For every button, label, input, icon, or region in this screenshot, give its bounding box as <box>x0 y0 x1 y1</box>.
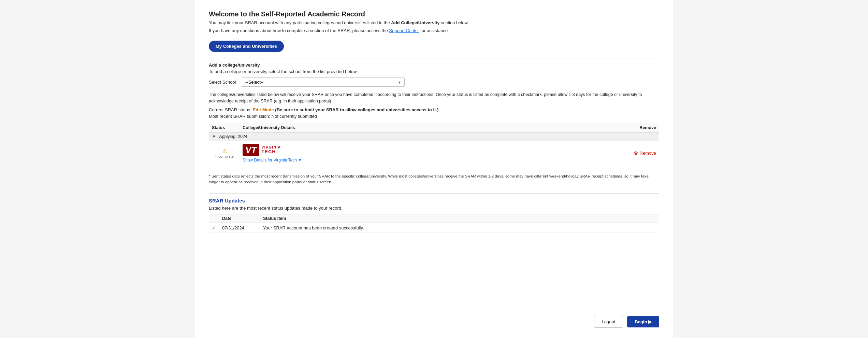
section-divider-1 <box>209 58 659 58</box>
select-school-row: Select School --Select-- <box>209 78 659 87</box>
intro1-bold: Add College/University <box>391 20 439 25</box>
trash-icon: 🗑 <box>634 151 638 156</box>
updates-table-head: Date Status Item <box>209 214 659 223</box>
colleges-table-header-row: Status College/University Details Remove <box>209 123 659 132</box>
date-cell: 07/31/2024 <box>219 223 260 233</box>
col-status: Status <box>209 123 240 132</box>
tab-my-colleges[interactable]: My Colleges and Universities <box>209 41 284 52</box>
submission-line: Most recent SRAR submission: Not current… <box>209 114 659 119</box>
bottom-bar: Logout Begin ▶ <box>594 316 660 328</box>
page-wrapper: Welcome to the Self-Reported Academic Re… <box>195 0 673 338</box>
intro1-pre: You may link your SRAR account with any … <box>209 20 391 25</box>
col-details: College/University Details <box>240 123 631 132</box>
colleges-table-container: Status College/University Details Remove… <box>209 123 659 170</box>
table-row: ⚠ Incomplete VT VIRGINIA TECH <box>209 141 659 166</box>
tab-row: My Colleges and Universities <box>209 41 659 52</box>
intro-line-2: If you have any questions about how to c… <box>209 28 659 33</box>
col-date: Date <box>219 214 260 223</box>
remove-cell: 🗑 Remove <box>631 141 659 166</box>
vt-text-block: VIRGINIA TECH <box>261 145 281 154</box>
vt-logo-mark: VT <box>243 144 259 156</box>
intro2-pre: If you have any questions about how to c… <box>209 28 389 33</box>
footnote: * Sent status date reflects the most rec… <box>209 173 659 185</box>
srar-updates-title: SRAR Updates <box>209 198 659 203</box>
add-section-sub: To add a college or university, select t… <box>209 69 659 74</box>
details-cell: VT VIRGINIA TECH Show Details for Virgin… <box>240 141 631 166</box>
add-college-section: Add a college/university To add a colleg… <box>209 62 659 87</box>
show-details-link[interactable]: Show Details for Virginia Tech ▼ <box>243 158 302 163</box>
colleges-table-body: ▼ Applying: 2024 ⚠ Incomplete VT <box>209 132 659 166</box>
updates-row: ✓ 07/31/2024 Your SRAR account has been … <box>209 223 659 233</box>
select-school-input[interactable]: --Select-- <box>241 78 405 87</box>
submission-label: Most recent SRAR submission: <box>209 114 270 119</box>
col-status-item: Status Item <box>260 214 659 223</box>
vt-tech-label: TECH <box>261 149 281 154</box>
updates-table-body: ✓ 07/31/2024 Your SRAR account has been … <box>209 223 659 233</box>
info-text: The colleges/universities listed below w… <box>209 91 659 104</box>
srar-updates-sub: Listed here are the most recent status u… <box>209 206 659 211</box>
intro-line-1: You may link your SRAR account with any … <box>209 20 659 25</box>
colleges-table-head: Status College/University Details Remove <box>209 123 659 132</box>
group-toggle-icon[interactable]: ▼ <box>212 134 216 139</box>
intro1-post: section below. <box>440 20 469 25</box>
updates-header-row: Date Status Item <box>209 214 659 223</box>
vt-logo: VT VIRGINIA TECH <box>243 144 628 156</box>
group-row-cell: ▼ Applying: 2024 <box>209 132 659 141</box>
chevron-down-icon: ▼ <box>298 158 302 163</box>
col-check <box>209 214 219 223</box>
srar-status-warning: (Be sure to submit your SRAR to allow co… <box>275 107 438 112</box>
check-cell: ✓ <box>209 223 219 233</box>
incomplete-label: Incomplete <box>212 154 237 158</box>
section-divider-2 <box>209 193 659 194</box>
status-item-cell: Your SRAR account has been created succe… <box>260 223 659 233</box>
begin-button[interactable]: Begin ▶ <box>627 316 659 327</box>
srar-status-mode: Edit Mode <box>253 107 274 112</box>
table-group-row: ▼ Applying: 2024 <box>209 132 659 141</box>
logout-button[interactable]: Logout <box>594 316 623 328</box>
select-school-label: Select School <box>209 80 236 85</box>
show-details-wrapper: Show Details for Virginia Tech ▼ <box>243 157 628 163</box>
status-cell: ⚠ Incomplete <box>209 141 240 166</box>
submission-value: Not currently submitted <box>272 114 317 119</box>
intro2-post: for assistance <box>419 28 448 33</box>
add-section-title: Add a college/university <box>209 62 659 68</box>
srar-updates-section: SRAR Updates Listed here are the most re… <box>209 198 659 233</box>
page-title: Welcome to the Self-Reported Academic Re… <box>209 10 659 18</box>
updates-table-container: Date Status Item ✓ 07/31/2024 Your SRAR … <box>209 214 659 233</box>
support-center-link[interactable]: Support Center <box>389 28 419 33</box>
srar-status-label: Current SRAR status: <box>209 107 251 112</box>
group-label: Applying: 2024 <box>219 134 247 139</box>
updates-table: Date Status Item ✓ 07/31/2024 Your SRAR … <box>209 214 659 233</box>
warning-icon: ⚠ <box>222 148 227 154</box>
remove-label: Remove <box>640 151 656 156</box>
srar-status-line: Current SRAR status: Edit Mode (Be sure … <box>209 107 659 112</box>
check-icon: ✓ <box>212 225 216 230</box>
select-school-wrapper: --Select-- <box>241 78 405 87</box>
col-remove: Remove <box>631 123 659 132</box>
colleges-table: Status College/University Details Remove… <box>209 123 659 166</box>
remove-button[interactable]: 🗑 Remove <box>634 151 656 156</box>
show-details-text: Show Details for Virginia Tech <box>243 158 297 163</box>
